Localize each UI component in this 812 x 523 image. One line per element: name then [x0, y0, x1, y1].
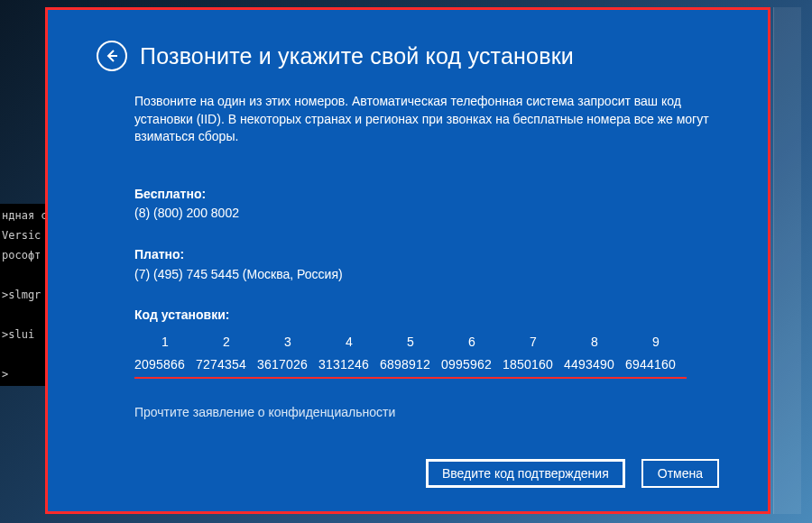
iid-value: 6898912: [380, 356, 441, 374]
paid-number: (7) (495) 745 5445 (Москва, Россия): [134, 266, 719, 284]
iid-header: 1: [134, 334, 196, 352]
activation-dialog: Позвоните и укажите свой код установки П…: [48, 10, 768, 511]
command-prompt-fragment: ндная ст Versic рософт >slmgr >slui >: [0, 204, 49, 386]
iid-header: 6: [441, 334, 503, 352]
iid-header: 4: [318, 334, 380, 352]
desktop-background: ндная ст Versic рософт >slmgr >slui > По…: [0, 0, 812, 523]
dialog-content: Позвоните на один из этих номеров. Автом…: [97, 93, 719, 422]
iid-value: 6944160: [625, 356, 687, 374]
free-label: Бесплатно:: [134, 186, 719, 204]
button-row: Введите код подтверждения Отмена: [426, 459, 719, 488]
iid-header: 8: [564, 334, 625, 352]
intro-text: Позвоните на один из этих номеров. Автом…: [134, 93, 712, 146]
iid-value: 3131246: [318, 356, 380, 374]
free-number: (8) (800) 200 8002: [134, 205, 719, 223]
cancel-button[interactable]: Отмена: [641, 459, 719, 488]
iid-header: 3: [257, 334, 318, 352]
iid-header: 2: [196, 334, 257, 352]
privacy-link[interactable]: Прочтите заявление о конфиденциальности: [134, 404, 719, 422]
window-edge: [773, 7, 801, 514]
paid-phone-block: Платно: (7) (495) 745 5445 (Москва, Росс…: [134, 246, 719, 283]
iid-value: 3617026: [257, 356, 318, 374]
enter-confirmation-button[interactable]: Введите код подтверждения: [426, 459, 625, 488]
iid-value: 1850160: [503, 356, 564, 374]
iid-value: 0995962: [441, 356, 503, 374]
highlight-underline: [134, 377, 687, 379]
iid-table: 1 2 3 4 5 6 7 8 9 2095866 7274354 361702…: [134, 334, 719, 374]
free-phone-block: Бесплатно: (8) (800) 200 8002: [134, 186, 719, 223]
iid-value: 2095866: [134, 356, 196, 374]
paid-label: Платно:: [134, 246, 719, 264]
iid-value: 4493490: [564, 356, 625, 374]
title-row: Позвоните и укажите свой код установки: [97, 41, 719, 71]
highlight-frame: Позвоните и укажите свой код установки П…: [45, 7, 770, 514]
dialog-title: Позвоните и укажите свой код установки: [140, 43, 574, 69]
back-button[interactable]: [97, 41, 127, 71]
iid-header: 7: [503, 334, 564, 352]
iid-label: Код установки:: [134, 307, 719, 325]
iid-header: 9: [625, 334, 687, 352]
arrow-left-icon: [105, 49, 119, 63]
iid-header: 5: [380, 334, 441, 352]
iid-value: 7274354: [196, 356, 257, 374]
